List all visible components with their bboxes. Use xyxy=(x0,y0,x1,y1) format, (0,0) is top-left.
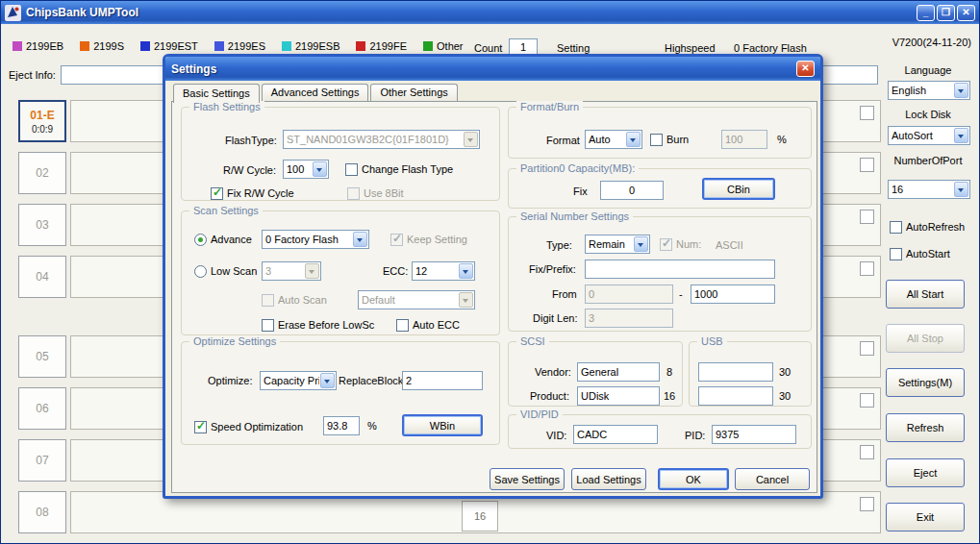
tab-other-settings[interactable]: Other Settings xyxy=(370,84,457,101)
save-settings-button[interactable]: Save Settings xyxy=(490,468,565,490)
slot-button-04[interactable]: 04 xyxy=(18,256,66,298)
slot-button-01[interactable]: 01-E 0:0:9 xyxy=(18,100,66,142)
auto-refresh-checkbox[interactable]: AutoRefresh xyxy=(890,220,965,234)
radio-circle xyxy=(194,234,207,246)
refresh-button[interactable]: Refresh xyxy=(886,413,965,442)
window-title: ChipsBank UMPTool xyxy=(26,6,915,19)
load-settings-button[interactable]: Load Settings xyxy=(571,468,646,490)
tab-basic-settings[interactable]: Basic Settings xyxy=(173,84,260,103)
slot-button-02[interactable]: 02 xyxy=(18,152,66,194)
group-title: Scan Settings xyxy=(189,205,263,216)
dropdown-arrow-icon xyxy=(459,292,473,308)
slot-id: 04 xyxy=(36,270,48,284)
serial-type-label: Type: xyxy=(546,239,572,252)
burn-percent-field xyxy=(721,130,767,149)
slot-button-03[interactable]: 03 xyxy=(18,204,66,246)
version-label: V7200(24-11-20) xyxy=(892,37,971,49)
selected-value: English xyxy=(892,85,953,97)
legend-label: 2199ESB xyxy=(295,40,339,52)
serial-type-select[interactable]: Remain xyxy=(585,235,650,254)
settings-button[interactable]: Settings(M) xyxy=(886,368,965,397)
dropdown-arrow-icon xyxy=(353,232,367,247)
low-scan-radio[interactable]: Low Scan xyxy=(194,264,257,278)
ecc-select[interactable]: 12 xyxy=(412,261,475,281)
legend-color-swatch xyxy=(282,41,291,51)
close-button[interactable]: ✕ xyxy=(957,5,975,21)
replace-block-field[interactable] xyxy=(402,371,483,390)
ecc-label: ECC: xyxy=(383,265,408,278)
legend-label: 2199FE xyxy=(369,40,407,52)
language-select[interactable]: English xyxy=(888,81,970,100)
dialog-close-button[interactable]: ✕ xyxy=(796,61,815,77)
advance-radio[interactable]: Advance xyxy=(194,233,252,246)
wbin-button[interactable]: WBin xyxy=(402,414,483,436)
exit-button[interactable]: Exit xyxy=(886,503,965,532)
checkbox-box xyxy=(262,294,274,307)
row-status-cell xyxy=(860,106,874,120)
usb-product-field[interactable] xyxy=(698,386,773,406)
language-label: Language xyxy=(886,64,970,76)
auto-start-checkbox[interactable]: AutoStart xyxy=(890,247,950,260)
pid-field[interactable] xyxy=(712,425,796,444)
legend-item: 2199EB xyxy=(13,40,63,52)
row-status-cell xyxy=(860,341,874,356)
rw-cycle-select[interactable]: 100 xyxy=(283,160,329,179)
lock-disk-label: Lock Disk xyxy=(886,109,970,120)
slot-button-08[interactable]: 08 xyxy=(18,491,66,533)
dialog-title: Settings xyxy=(171,62,796,76)
speed-optimization-checkbox[interactable]: Speed Optimization xyxy=(194,420,303,433)
checkbox-box xyxy=(262,319,274,332)
usb-vendor-length: 30 xyxy=(779,366,791,379)
optimize-select[interactable]: Capacity Pri xyxy=(260,371,337,390)
cancel-button[interactable]: Cancel xyxy=(735,468,810,490)
change-flash-type-checkbox[interactable]: Change Flash Type xyxy=(345,162,453,176)
erase-before-lowscan-checkbox[interactable]: Erase Before LowSc xyxy=(262,318,374,332)
lock-disk-select[interactable]: AutoSort xyxy=(888,126,970,145)
row-status-cell xyxy=(860,261,874,276)
fix-rw-cycle-checkbox[interactable]: Fix R/W Cycle xyxy=(211,186,294,200)
legend-color-swatch xyxy=(80,41,89,51)
checkbox-label: Burn xyxy=(666,134,689,145)
minimize-button[interactable]: _ xyxy=(917,5,935,21)
slot-button-05[interactable]: 05 xyxy=(18,335,66,378)
checkbox-label: Auto ECC xyxy=(413,319,460,331)
selected-value: 12 xyxy=(415,265,458,278)
vid-field[interactable] xyxy=(573,425,658,444)
slot-button-07[interactable]: 07 xyxy=(18,439,66,482)
all-start-button[interactable]: All Start xyxy=(886,280,965,309)
radio-circle xyxy=(194,265,207,278)
maximize-button[interactable]: ❐ xyxy=(937,5,955,21)
window-titlebar: ChipsBank UMPTool _ ❐ ✕ xyxy=(1,1,979,24)
slot-id: 05 xyxy=(36,350,48,363)
legend-label: Other xyxy=(437,40,464,52)
eject-button[interactable]: Eject xyxy=(886,458,965,487)
auto-ecc-checkbox[interactable]: Auto ECC xyxy=(396,318,460,332)
speed-value-field[interactable] xyxy=(323,416,360,435)
format-select[interactable]: Auto xyxy=(585,130,642,149)
advance-mode-select[interactable]: 0 Factory Flash xyxy=(262,230,369,249)
grid-cell-value: 16 xyxy=(462,501,498,532)
serial-from-field xyxy=(585,284,673,304)
cbin-button[interactable]: CBin xyxy=(702,178,775,200)
checkbox-label: Erase Before LowSc xyxy=(278,319,374,331)
serial-to-field[interactable] xyxy=(691,284,775,304)
range-dash: - xyxy=(679,288,683,301)
slot-button-06[interactable]: 06 xyxy=(18,387,66,430)
burn-checkbox[interactable]: Burn xyxy=(650,133,689,146)
dropdown-arrow-icon xyxy=(954,182,968,197)
ascii-label: ASCII xyxy=(716,239,743,252)
usb-vendor-field[interactable] xyxy=(698,362,773,382)
group-title: SCSI xyxy=(516,335,549,347)
fix-capacity-field[interactable] xyxy=(600,181,664,200)
ok-button[interactable]: OK xyxy=(658,468,729,490)
from-label: From xyxy=(552,288,577,301)
keep-setting-checkbox: Keep Setting xyxy=(390,233,467,246)
eject-info-label: Eject Info: xyxy=(9,69,56,82)
scsi-vendor-field[interactable] xyxy=(577,362,660,382)
format-label: Format xyxy=(546,135,580,147)
tab-advanced-settings[interactable]: Advanced Settings xyxy=(262,84,369,101)
legend-label: 2199S xyxy=(93,40,124,52)
fix-prefix-field[interactable] xyxy=(585,260,775,279)
number-of-port-select[interactable]: 16 xyxy=(888,180,970,199)
scsi-product-field[interactable] xyxy=(577,386,660,406)
